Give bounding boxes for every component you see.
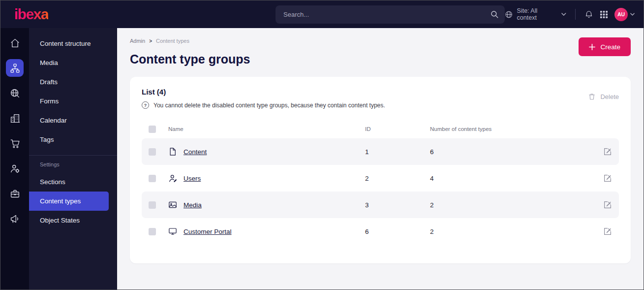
list-block: List (4) ? You cannot delete the disable… [142, 88, 385, 109]
edit-button[interactable] [603, 227, 612, 236]
logo-area: ibexa [0, 6, 117, 23]
sidebar-item-content-types[interactable]: Content types [29, 192, 109, 211]
ibexa-admin-window: ibexa Site: All context [0, 0, 644, 290]
delete-button[interactable]: Delete [588, 93, 619, 100]
sidebar-item-sections[interactable]: Sections [29, 172, 117, 192]
delete-button-label: Delete [600, 93, 619, 100]
bell-icon [584, 10, 593, 19]
sidebar-item-label: Object States [40, 217, 80, 224]
row-checkbox[interactable] [149, 175, 156, 182]
breadcrumb: Admin > Content types [130, 38, 631, 44]
name-cell: Content [168, 147, 365, 156]
list-title: List (4) [142, 88, 385, 96]
sidebar-item-content-structure[interactable]: Content structure [29, 34, 117, 53]
avatar: AU [614, 8, 628, 21]
globe-icon [505, 10, 513, 19]
rail-commerce[interactable] [6, 134, 24, 152]
sidebar-item-label: Content types [40, 197, 81, 205]
sidebar-item-label: Tags [40, 136, 54, 143]
home-icon [10, 38, 20, 48]
sidebar-item-drafts[interactable]: Drafts [29, 72, 117, 92]
topbar: ibexa Site: All context [0, 0, 644, 28]
group-count: 4 [430, 175, 592, 182]
group-count: 6 [430, 148, 592, 156]
content-structure-icon [10, 63, 20, 73]
rail-campaigns[interactable] [6, 210, 24, 227]
edit-icon [603, 174, 612, 183]
group-link[interactable]: Customer Portal [184, 228, 232, 235]
admin-icon [10, 163, 20, 174]
group-id: 1 [365, 148, 430, 156]
file-icon [168, 147, 177, 156]
toolbox-icon [10, 189, 20, 199]
rail-product-catalog[interactable] [6, 109, 24, 127]
sidebar-item-tags[interactable]: Tags [29, 130, 117, 149]
edit-button[interactable] [603, 147, 612, 156]
chevron-down-icon [561, 13, 566, 16]
edit-icon [603, 147, 612, 156]
rail-home[interactable] [6, 34, 24, 52]
help-icon: ? [142, 101, 149, 109]
breadcrumb-separator: > [149, 38, 152, 44]
edit-icon [603, 227, 612, 236]
table-row: Media 3 2 [142, 192, 619, 218]
rail-admin[interactable] [6, 160, 24, 177]
column-header-id: ID [365, 126, 430, 132]
name-cell: Users [168, 174, 365, 183]
name-cell: Media [168, 200, 365, 209]
page-title: Content type groups [130, 52, 631, 66]
help-row: ? You cannot delete the disabled content… [142, 101, 385, 109]
icon-rail [0, 28, 29, 290]
megaphone-icon [10, 214, 20, 224]
trash-icon [588, 93, 596, 100]
group-link[interactable]: Content [184, 148, 207, 156]
row-checkbox[interactable] [149, 228, 156, 235]
rail-search[interactable] [6, 84, 24, 102]
content-type-groups-card: List (4) ? You cannot delete the disable… [130, 77, 631, 263]
column-header-count: Number of content types [430, 126, 592, 132]
table-header-row: Name ID Number of content types [142, 120, 619, 138]
app-switcher-button[interactable] [600, 10, 608, 19]
select-all-checkbox[interactable] [149, 126, 156, 133]
main-content: Admin > Content types Create Content typ… [117, 28, 644, 290]
sidebar-item-label: Sections [40, 178, 65, 186]
image-icon [168, 200, 177, 209]
row-checkbox[interactable] [149, 148, 156, 156]
chevron-down-icon [630, 13, 635, 16]
sidebar-divider [29, 155, 117, 156]
row-checkbox[interactable] [149, 201, 156, 209]
group-link[interactable]: Users [184, 175, 201, 182]
search-input[interactable] [283, 11, 490, 18]
sidebar-item-forms[interactable]: Forms [29, 92, 117, 111]
create-button-label: Create [600, 43, 620, 51]
sidebar-item-label: Content structure [40, 40, 91, 47]
edit-button[interactable] [603, 200, 612, 209]
globe-search-icon [10, 88, 20, 98]
ibexa-logo: ibexa [14, 6, 48, 22]
sidebar-item-label: Calendar [40, 117, 67, 124]
group-count: 2 [430, 201, 592, 209]
sidebar-item-calendar[interactable]: Calendar [29, 111, 117, 130]
sidebar-item-object-states[interactable]: Object States [29, 211, 117, 230]
sidebar-item-media[interactable]: Media [29, 53, 117, 72]
search-icon [490, 10, 499, 19]
site-context-label: Site: All context [517, 7, 558, 21]
notifications-button[interactable] [584, 10, 593, 19]
table-row: Customer Portal 6 2 [142, 218, 619, 245]
body: Content structure Media Drafts Forms Cal… [0, 28, 644, 290]
group-id: 6 [365, 228, 430, 235]
breadcrumb-admin[interactable]: Admin [130, 38, 145, 44]
topbar-divider [575, 9, 576, 20]
edit-button[interactable] [603, 174, 612, 183]
rail-workflow[interactable] [6, 185, 24, 202]
create-button[interactable]: Create [579, 37, 631, 56]
rail-content-structure[interactable] [6, 59, 24, 77]
monitor-icon [168, 227, 177, 236]
site-context-selector[interactable]: Site: All context [505, 7, 566, 21]
cart-icon [10, 138, 20, 149]
group-id: 2 [365, 175, 430, 182]
group-id: 3 [365, 201, 430, 209]
plus-icon [589, 44, 595, 50]
group-link[interactable]: Media [184, 201, 202, 209]
user-menu[interactable]: AU [614, 8, 635, 21]
